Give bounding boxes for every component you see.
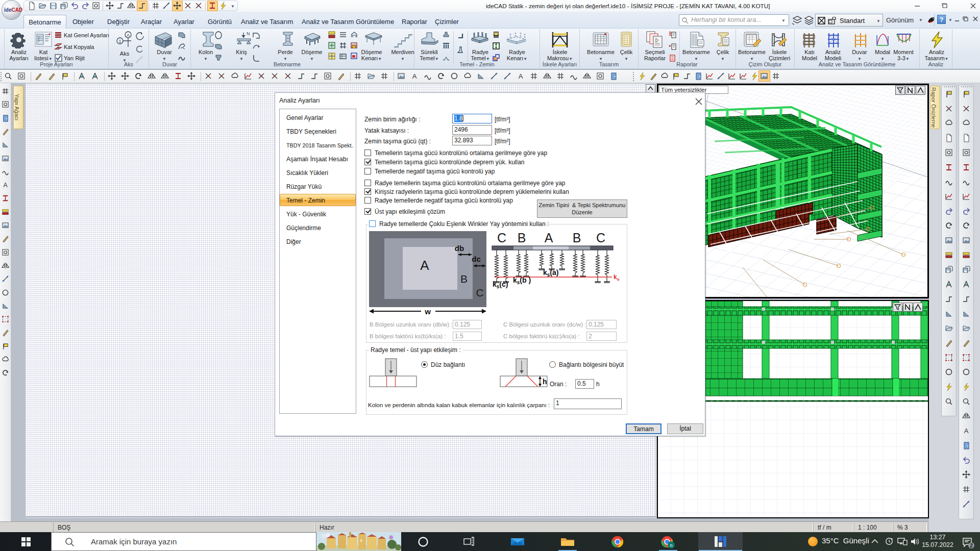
svg-text:n: n [670,543,672,548]
svg-text:B: B [573,231,581,245]
svg-text:ko: ko [614,273,620,282]
svg-text:A: A [519,72,523,80]
svg-text:A: A [3,182,8,189]
svg-text:B: B [518,231,526,245]
svg-text:h: h [543,378,547,386]
svg-text:ks(b ): ks(b ) [513,276,531,285]
svg-text:A: A [412,72,417,80]
svg-text:B: B [460,273,468,285]
svg-text:A: A [127,33,130,38]
svg-text:A: A [545,231,553,245]
svg-text:db: db [455,244,464,253]
svg-text:C: C [497,231,506,245]
svg-text:w: w [424,307,431,315]
svg-text:A: A [420,258,429,273]
svg-text:C: C [596,231,605,245]
svg-text:ks(c): ks(c) [493,280,508,289]
svg-text:ks(a): ks(a) [543,268,558,278]
svg-text:1: 1 [118,39,121,44]
svg-text:dc: dc [472,255,481,263]
svg-text:A: A [964,427,969,435]
svg-text:C: C [476,287,483,298]
svg-text:N: N [247,31,250,36]
svg-text:2: 2 [970,543,973,548]
